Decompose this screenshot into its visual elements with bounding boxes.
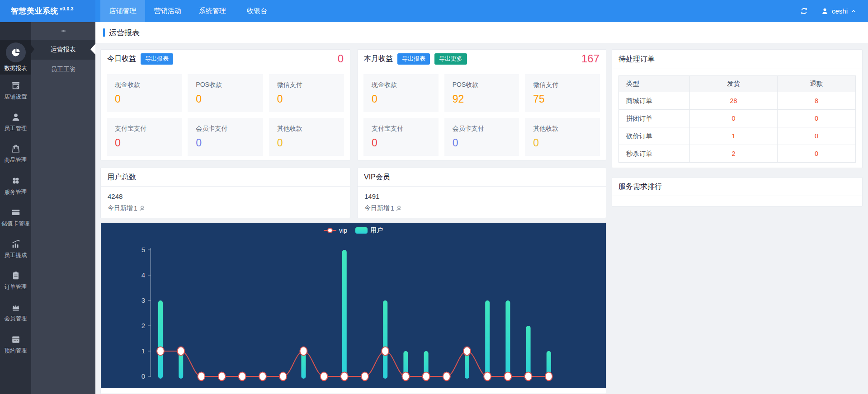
crown-icon (10, 302, 21, 313)
submenu-item-staff-salary[interactable]: 员工工资 (31, 60, 95, 80)
new-today: 今日新增 1 (108, 204, 343, 212)
top-nav-tabs: 店铺管理 营销活动 系统管理 收银台 (100, 0, 279, 22)
sidebar-item-appointment-management[interactable]: 预约管理 (0, 328, 31, 360)
sidebar-item-staff-commission[interactable]: 员工提成 (0, 233, 31, 265)
shopping-bag-icon (10, 143, 21, 154)
user-menu[interactable]: ceshi (821, 7, 856, 15)
vip-members-value: 1491 (364, 192, 599, 200)
sidebar-item-label: 商品管理 (5, 156, 27, 164)
sidebar-item-label: 店铺设置 (5, 93, 27, 101)
title-accent-bar (103, 28, 105, 37)
sidebar-item-label: 订单管理 (5, 283, 27, 291)
app-version: v0.0.3 (60, 6, 74, 11)
clipboard-icon (10, 270, 21, 281)
brand-area: 智慧美业系统v0.0.3 (0, 0, 95, 22)
card-title: VIP会员 (364, 173, 390, 182)
secondary-sidebar: 运营报表 员工工资 (31, 22, 95, 394)
card-title: 本月收益 (364, 54, 393, 64)
tab-cashier[interactable]: 收银台 (235, 0, 279, 22)
stat-cash: 现金收款 0 (107, 74, 182, 112)
card-title: 服务需求排行 (618, 182, 662, 192)
tab-store-management[interactable]: 店铺管理 (100, 0, 145, 22)
stat-wechat: 微信支付 75 (525, 74, 600, 112)
card-title: 今日收益 (107, 54, 136, 64)
refund-count-link[interactable]: 0 (778, 127, 856, 145)
primary-sidebar: 数据报表 店铺设置 员工管理 商品管理 服务管理 储值卡管理 员工提成 (0, 22, 31, 394)
legend-item-users[interactable]: 用户 (355, 226, 383, 235)
stat-wechat: 微信支付 0 (269, 74, 344, 112)
ship-count-link[interactable]: 1 (690, 127, 778, 145)
bar-chart-trend-icon (10, 239, 21, 249)
svg-text:1: 1 (142, 347, 145, 355)
refund-count-link[interactable]: 8 (778, 92, 856, 110)
service-demand-rank-card: 服务需求排行 (612, 177, 863, 206)
sidebar-item-label: 预约管理 (5, 347, 27, 355)
sidebar-item-member-management[interactable]: 会员管理 (0, 296, 31, 328)
today-total: 0 (338, 52, 344, 65)
ship-count-link[interactable]: 0 (690, 110, 778, 127)
main-content: 运营报表 今日收益 导出报表 0 现金收款 0 POS收款 0 微信支付 0 支… (95, 22, 868, 394)
card-title: 用户总数 (107, 173, 136, 182)
stat-pos: POS收款 0 (188, 74, 263, 112)
stat-member-card: 会员卡支付 0 (444, 118, 519, 156)
sidebar-item-label: 员工提成 (5, 252, 27, 259)
export-more-button[interactable]: 导出更多 (434, 53, 467, 65)
sidebar-item-label: 数据报表 (5, 65, 27, 72)
app-title: 智慧美业系统v0.0.3 (11, 6, 74, 16)
chart-canvas: vip 用户 012345 (101, 223, 606, 388)
top-navbar: 智慧美业系统v0.0.3 店铺管理 营销活动 系统管理 收银台 ceshi (0, 0, 868, 22)
storefront-gear-icon (10, 80, 21, 91)
person-icon (10, 112, 21, 122)
user-icon (821, 7, 829, 15)
calendar-icon (10, 334, 21, 345)
four-dots-icon (10, 175, 21, 186)
pie-chart-icon (10, 47, 21, 58)
sidebar-item-label: 员工管理 (5, 125, 27, 132)
sidebar-item-label: 储值卡管理 (1, 220, 30, 228)
svg-text:4: 4 (142, 271, 145, 279)
ship-count-link[interactable]: 2 (690, 145, 778, 163)
export-report-button[interactable]: 导出报表 (141, 53, 173, 65)
page-title: 运营报表 (109, 28, 140, 38)
sidebar-item-goods-management[interactable]: 商品管理 (0, 138, 31, 169)
stat-cash: 现金收款 0 (363, 74, 439, 112)
sidebar-item-staff-management[interactable]: 员工管理 (0, 106, 31, 138)
refresh-icon[interactable] (800, 7, 808, 15)
svg-text:3: 3 (142, 296, 145, 304)
today-revenue-card: 今日收益 导出报表 0 现金收款 0 POS收款 0 微信支付 0 支付宝支付 … (100, 49, 350, 160)
svg-text:2: 2 (142, 322, 145, 329)
refund-count-link[interactable]: 0 (778, 145, 856, 163)
vip-members-card: VIP会员 1491 今日新增 1 (357, 168, 606, 218)
bar-legend-symbol (355, 227, 368, 234)
tab-marketing[interactable]: 营销活动 (145, 0, 190, 22)
sidebar-item-stored-value-card[interactable]: 储值卡管理 (0, 202, 31, 233)
tab-system-management[interactable]: 系统管理 (190, 0, 235, 22)
table-row: 商城订单 28 8 (619, 92, 856, 110)
sidebar-item-order-management[interactable]: 订单管理 (0, 265, 31, 296)
stat-alipay: 支付宝支付 0 (107, 118, 182, 156)
table-header-row: 类型 发货 退款 (619, 76, 856, 92)
stat-other: 其他收款 0 (269, 118, 344, 156)
refund-count-link[interactable]: 0 (778, 110, 856, 127)
users-vip-chart-card: vip 用户 012345 (100, 222, 606, 394)
sidebar-item-data-reports[interactable]: 数据报表 (0, 40, 31, 75)
sidebar-item-label: 服务管理 (5, 188, 27, 196)
pending-orders-table: 类型 发货 退款 商城订单 28 8 拼团订单 0 0 砍价订单 (618, 75, 856, 163)
sidebar-item-shop-settings[interactable]: 店铺设置 (0, 75, 31, 106)
month-total: 167 (581, 52, 599, 65)
sidebar-item-service-management[interactable]: 服务管理 (0, 170, 31, 202)
submenu-item-operation-report[interactable]: 运营报表 (31, 40, 95, 60)
svg-text:5: 5 (142, 246, 145, 253)
ship-count-link[interactable]: 28 (690, 92, 778, 110)
export-report-button[interactable]: 导出报表 (397, 53, 430, 65)
legend-item-vip[interactable]: vip (324, 227, 347, 234)
username: ceshi (832, 7, 848, 15)
stat-alipay: 支付宝支付 0 (363, 118, 439, 156)
new-user-icon (138, 205, 146, 212)
stat-pos: POS收款 92 (444, 74, 519, 112)
sidebar-collapse-handle[interactable] (31, 22, 95, 40)
chart-plot: 012345 (101, 223, 606, 388)
stat-other: 其他收款 0 (525, 118, 600, 156)
total-users-card: 用户总数 4248 今日新增 1 (100, 168, 350, 218)
credit-card-icon (10, 207, 21, 218)
